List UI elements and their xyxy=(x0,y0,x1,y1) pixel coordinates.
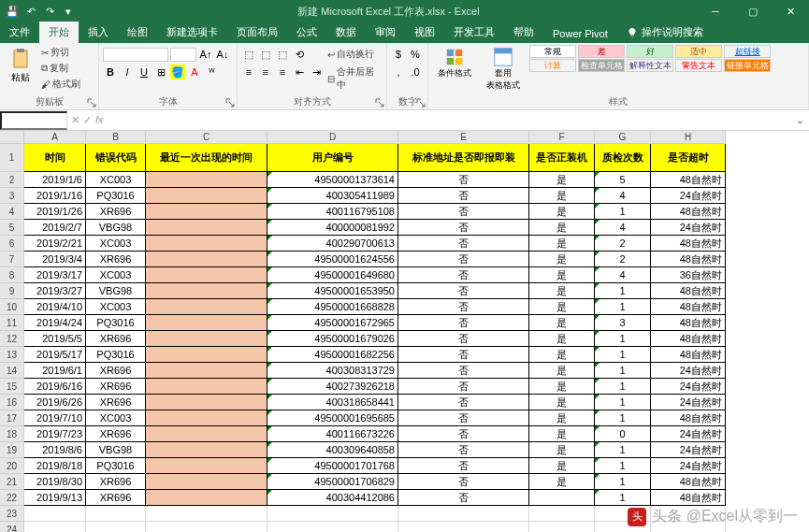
data-cell[interactable]: 24自然时 xyxy=(651,395,726,410)
data-cell[interactable]: 48自然时 xyxy=(651,331,726,347)
dialog-launcher-icon[interactable] xyxy=(375,98,384,108)
align-top-icon[interactable]: ⬚ xyxy=(241,47,256,62)
tab-data[interactable]: 数据 xyxy=(326,22,366,43)
style-good[interactable]: 好 xyxy=(627,45,673,58)
data-cell[interactable]: 48自然时 xyxy=(651,252,726,267)
data-cell[interactable]: 1 xyxy=(595,204,651,220)
data-cell[interactable]: 49500001682256 xyxy=(267,347,398,363)
cut-button[interactable]: ✂剪切 xyxy=(39,45,82,60)
currency-icon[interactable]: $ xyxy=(391,47,406,62)
data-cell[interactable]: 4 xyxy=(595,267,651,283)
data-cell[interactable]: 2019/5/17 xyxy=(24,347,86,363)
data-cell[interactable]: 是 xyxy=(529,458,595,474)
row-header[interactable]: 1 xyxy=(0,144,24,172)
data-cell[interactable]: 48自然时 xyxy=(651,236,726,252)
data-cell[interactable]: XR696 xyxy=(86,426,146,442)
tell-me-search[interactable]: 操作说明搜索 xyxy=(617,22,713,43)
data-cell[interactable]: 400000081992 xyxy=(267,220,398,236)
data-cell[interactable]: XC003 xyxy=(86,299,146,315)
comma-icon[interactable]: , xyxy=(391,65,406,79)
col-header-E[interactable]: E xyxy=(398,131,529,144)
data-cell[interactable] xyxy=(146,458,267,474)
header-cell[interactable]: 错误代码 xyxy=(86,144,146,172)
data-cell[interactable] xyxy=(529,490,595,506)
data-cell[interactable]: 2019/4/10 xyxy=(24,299,86,315)
data-cell[interactable] xyxy=(146,204,267,220)
data-cell[interactable]: 48自然时 xyxy=(651,410,726,426)
phonetic-button[interactable]: ᵂ xyxy=(204,65,219,79)
dialog-launcher-icon[interactable] xyxy=(87,98,96,108)
copy-button[interactable]: ⧉复制 xyxy=(39,61,82,76)
data-cell[interactable]: PQ3016 xyxy=(86,315,146,331)
data-cell[interactable]: 2019/1/16 xyxy=(24,188,86,204)
tab-home[interactable]: 开始 xyxy=(39,22,79,43)
data-cell[interactable]: 否 xyxy=(398,299,529,315)
empty-cell[interactable] xyxy=(146,522,267,532)
fx-cancel-icon[interactable]: ✕ xyxy=(71,114,79,126)
style-hyperlink[interactable]: 超链接 xyxy=(724,45,771,58)
style-check-cell[interactable]: 检查单元格 xyxy=(578,59,625,72)
row-header[interactable]: 20 xyxy=(0,458,24,474)
data-cell[interactable] xyxy=(146,363,267,379)
tab-review[interactable]: 审阅 xyxy=(366,22,405,43)
row-header[interactable]: 3 xyxy=(0,188,24,204)
style-warning[interactable]: 警告文本 xyxy=(675,59,722,72)
row-header[interactable]: 4 xyxy=(0,204,24,220)
data-cell[interactable]: 1 xyxy=(595,474,651,490)
increase-font-icon[interactable]: A↑ xyxy=(198,47,213,62)
data-cell[interactable]: 是 xyxy=(529,315,595,331)
data-cell[interactable]: 是 xyxy=(529,204,595,220)
row-header[interactable]: 24 xyxy=(0,522,24,532)
data-cell[interactable]: 否 xyxy=(398,426,529,442)
data-cell[interactable]: 2019/3/17 xyxy=(24,267,86,283)
data-cell[interactable]: 否 xyxy=(398,442,529,458)
data-cell[interactable]: 48自然时 xyxy=(651,172,726,188)
data-cell[interactable]: 否 xyxy=(398,188,529,204)
empty-cell[interactable] xyxy=(24,522,86,532)
tab-newtab[interactable]: 新建选项卡 xyxy=(157,22,227,43)
data-cell[interactable]: 否 xyxy=(398,363,529,379)
empty-cell[interactable] xyxy=(398,506,529,522)
data-cell[interactable]: 否 xyxy=(398,410,529,426)
data-cell[interactable]: XC003 xyxy=(86,410,146,426)
data-cell[interactable]: 2019/2/7 xyxy=(24,220,86,236)
data-cell[interactable]: 24自然时 xyxy=(651,458,726,474)
data-cell[interactable]: 是 xyxy=(529,474,595,490)
tab-draw[interactable]: 绘图 xyxy=(118,22,157,43)
data-cell[interactable]: 2019/6/26 xyxy=(24,395,86,410)
tab-help[interactable]: 帮助 xyxy=(504,22,543,43)
data-cell[interactable]: 2019/2/21 xyxy=(24,236,86,252)
data-cell[interactable]: XR696 xyxy=(86,331,146,347)
data-cell[interactable]: 49500001679026 xyxy=(267,331,398,347)
bold-button[interactable]: B xyxy=(103,65,118,79)
style-linked-cell[interactable]: 链接单元格 xyxy=(724,59,771,72)
data-cell[interactable]: 1 xyxy=(595,363,651,379)
row-header[interactable]: 22 xyxy=(0,490,24,506)
data-cell[interactable]: 是 xyxy=(529,267,595,283)
data-cell[interactable]: 1 xyxy=(595,379,651,395)
data-cell[interactable]: 2019/1/6 xyxy=(24,172,86,188)
data-cell[interactable]: 是 xyxy=(529,395,595,410)
col-header-G[interactable]: G xyxy=(595,131,651,144)
save-icon[interactable]: 💾 xyxy=(6,5,19,18)
fx-icon[interactable]: fx xyxy=(95,114,104,126)
qat-more-icon[interactable]: ▾ xyxy=(62,5,75,18)
data-cell[interactable]: 2019/7/23 xyxy=(24,426,86,442)
header-cell[interactable]: 质检次数 xyxy=(595,144,651,172)
empty-cell[interactable] xyxy=(651,506,726,522)
close-button[interactable]: ✕ xyxy=(772,0,809,22)
row-header[interactable]: 19 xyxy=(0,442,24,458)
data-cell[interactable]: XR696 xyxy=(86,395,146,410)
data-cell[interactable]: XR696 xyxy=(86,490,146,506)
row-header[interactable]: 16 xyxy=(0,395,24,410)
redo-icon[interactable]: ↷ xyxy=(43,5,56,18)
data-cell[interactable]: 400304412086 xyxy=(267,490,398,506)
data-cell[interactable]: 2019/6/16 xyxy=(24,379,86,395)
data-cell[interactable]: VBG98 xyxy=(86,220,146,236)
font-color-button[interactable]: A xyxy=(187,65,202,79)
fx-confirm-icon[interactable]: ✓ xyxy=(83,114,92,126)
data-cell[interactable]: 2 xyxy=(595,236,651,252)
data-cell[interactable]: 48自然时 xyxy=(651,315,726,331)
data-cell[interactable] xyxy=(146,410,267,426)
data-cell[interactable]: 否 xyxy=(398,236,529,252)
